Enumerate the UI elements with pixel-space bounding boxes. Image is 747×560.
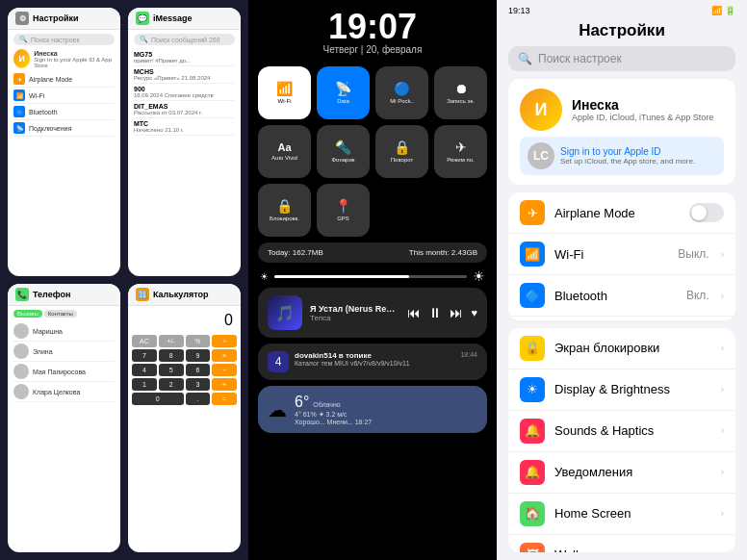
- bluetooth-value: Вкл.: [686, 289, 709, 302]
- notification-text: Каталог тем MIUI v6/v7/v8/v9/v10/v11: [295, 360, 477, 367]
- lock-icon: 🔒: [276, 198, 293, 214]
- next-track-icon[interactable]: ⏭: [450, 305, 463, 320]
- settings-item-sounds[interactable]: 🔔 Sounds & Haptics ›: [508, 411, 735, 452]
- phone-card-header: 📞 Телефон: [8, 284, 120, 306]
- airplane-mode-toggle[interactable]: [689, 203, 724, 222]
- calc-btn-dot[interactable]: .: [186, 393, 211, 405]
- imessage-app-card[interactable]: 💬 iMessage 🔍Поиск сообщений 266 MG75 при…: [128, 8, 241, 276]
- phone-app-card[interactable]: 📞 Телефон Вызовы Контакты Маришна Элина: [8, 284, 120, 552]
- cc-record-btn[interactable]: ⏺ Запись эк.: [434, 66, 487, 119]
- calc-display: 0: [132, 308, 237, 331]
- homescreen-label: Home Screen: [554, 506, 709, 521]
- data-icon: 📡: [335, 81, 351, 96]
- cc-rotate-label: Поворот: [391, 157, 413, 164]
- cc-data-month: This month: 2.43GB: [409, 248, 477, 257]
- settings-item-connections[interactable]: 📡 Подключения ›: [508, 317, 735, 320]
- calc-btn-7[interactable]: 7: [132, 349, 157, 362]
- settings-item-airplane[interactable]: ✈ Airplane Mode: [508, 192, 735, 234]
- music-info: Я Устал (Nerus Remix) Тепса: [310, 304, 399, 322]
- settings-item-lockscreen[interactable]: 🔒 Экран блокировки ›: [508, 328, 735, 369]
- weather-info: 6° Облачно 4° 61% ✦ 3.2 м/с Хорошо... Мн…: [295, 394, 372, 425]
- contact-avatar-0: [13, 323, 29, 339]
- calc-card-content: 0 AC +/- % ÷ 7 8 9 × 4 5 6 − 1 2 3: [128, 306, 241, 552]
- notification-card[interactable]: 4 dovakin514 в топике 18:44 Каталог тем …: [258, 344, 487, 380]
- settings-item-bluetooth[interactable]: 🔷 Bluetooth Вкл. ›: [508, 275, 735, 317]
- cc-lock-btn[interactable]: 🔒 Блокировк.: [258, 184, 311, 237]
- cc-wifi-btn[interactable]: 📶 Wi-Fi: [258, 66, 311, 119]
- settings-item-notifications[interactable]: 🔔 Уведомления ›: [508, 452, 735, 494]
- cc-lock-label: Блокировк.: [270, 216, 299, 222]
- cc-flashlight-btn[interactable]: 🔦 Фонарик: [317, 125, 370, 178]
- display-chevron-icon: ›: [721, 384, 724, 395]
- notifications-icon: 🔔: [520, 460, 545, 485]
- settings-card-header: ⚙ Настройки: [8, 8, 120, 30]
- settings-search-bar[interactable]: 🔍 Поиск настроек: [508, 46, 735, 71]
- msg-row-2: 900 18.09.2024 Списание средств: [134, 84, 235, 101]
- calc-btn-add[interactable]: +: [212, 378, 237, 391]
- app-switcher-panel: ⚙ Настройки 🔍Поиск настроек И ИнескаSign…: [0, 0, 248, 560]
- cc-mipock-label: Mi Pock..: [390, 98, 414, 105]
- phone-tab-contacts: Контакты: [44, 310, 77, 318]
- calc-btn-mul[interactable]: ×: [212, 349, 237, 362]
- phone-card-title: Телефон: [33, 290, 70, 299]
- cc-controls-grid: 📶 Wi-Fi 📡 Data 🔵 Mi Pock.. ⏺ Запись эк. …: [248, 66, 497, 237]
- weather-card: ☁ 6° Облачно 4° 61% ✦ 3.2 м/с Хорошо... …: [258, 386, 487, 433]
- calculator-app-card[interactable]: 🔢 Калькулятор 0 AC +/- % ÷ 7 8 9 × 4 5 6: [128, 284, 241, 552]
- cc-gps-btn[interactable]: 📍 GPS: [317, 184, 370, 237]
- calc-btn-0[interactable]: 0: [132, 393, 184, 405]
- cc-autovivid-btn[interactable]: Aa Auto Vivid: [258, 125, 311, 178]
- sounds-chevron-icon: ›: [721, 425, 724, 436]
- settings-item-display[interactable]: ☀ Display & Brightness ›: [508, 369, 735, 411]
- settings-card-icon: ⚙: [15, 12, 29, 25]
- calc-btn-1[interactable]: 1: [132, 378, 157, 391]
- phone-card-content: Вызовы Контакты Маришна Элина Мая Папиро…: [8, 306, 120, 552]
- cc-mipock-btn[interactable]: 🔵 Mi Pock..: [375, 66, 428, 119]
- settings-section-connectivity: ✈ Airplane Mode 📶 Wi-Fi Выкл. › 🔷 Blueto…: [508, 192, 735, 320]
- brightness-high-icon: ☀: [473, 268, 485, 284]
- cc-music-player[interactable]: 🎵 Я Устал (Nerus Remix) Тепса ⏮ ⏸ ⏭ ♥: [258, 288, 487, 338]
- cc-airplane-label: Режим по.: [447, 157, 474, 164]
- phone-tabs: Вызовы Контакты: [13, 310, 115, 318]
- profile-subtitle: Apple ID, iCloud, iTunes & App Store: [572, 113, 713, 122]
- calc-btn-eq[interactable]: =: [212, 393, 237, 405]
- lockscreen-chevron-icon: ›: [721, 343, 724, 353]
- prev-track-icon[interactable]: ⏮: [407, 305, 421, 320]
- cc-data-btn[interactable]: 📡 Data: [317, 66, 370, 119]
- calc-btn-9[interactable]: 9: [186, 349, 211, 362]
- cc-brightness-control[interactable]: ☀ ☀: [258, 268, 487, 284]
- wallpaper-chevron-icon: ›: [721, 549, 724, 552]
- mipock-icon: 🔵: [394, 81, 410, 96]
- cc-rotate-btn[interactable]: 🔒 Поворот: [375, 125, 428, 178]
- settings-search-mini: 🔍Поиск настроек: [13, 34, 115, 45]
- settings-item-wifi[interactable]: 📶 Wi-Fi Выкл. ›: [508, 234, 735, 275]
- play-pause-icon[interactable]: ⏸: [428, 305, 442, 320]
- settings-item-wallpaper[interactable]: 🖼 Wallpaper ›: [508, 535, 735, 552]
- notification-row: 4 dovakin514 в топике 18:44 Каталог тем …: [268, 351, 477, 372]
- msg-row-0: MG75 привет! #Привет до...: [134, 49, 235, 66]
- status-time: 19:13: [508, 6, 530, 15]
- calc-btn-6[interactable]: 6: [186, 364, 211, 376]
- heart-icon[interactable]: ♥: [471, 307, 477, 318]
- calc-btn-pm[interactable]: +/-: [159, 335, 184, 347]
- settings-app-card[interactable]: ⚙ Настройки 🔍Поиск настроек И ИнескаSign…: [8, 8, 120, 276]
- cc-airplane-btn[interactable]: ✈ Режим по.: [434, 125, 487, 178]
- calc-btn-2[interactable]: 2: [159, 378, 184, 391]
- settings-mini-row-bluetooth: 🔷 Bluetooth: [13, 104, 115, 120]
- brightness-slider[interactable]: [274, 275, 467, 278]
- contact-avatar-3: [13, 384, 29, 399]
- contact-row-3: Клара Целкова: [13, 382, 115, 402]
- app-cards-grid: ⚙ Настройки 🔍Поиск настроек И ИнескаSign…: [0, 0, 248, 560]
- calc-btn-8[interactable]: 8: [159, 349, 184, 362]
- signin-row[interactable]: LC Sign in to your Apple ID Set up iClou…: [520, 137, 724, 175]
- calc-btn-5[interactable]: 5: [159, 364, 184, 376]
- calc-btn-ac[interactable]: AC: [132, 335, 157, 347]
- settings-profile-card[interactable]: И Инеска Apple ID, iCloud, iTunes & App …: [508, 79, 735, 185]
- calc-btn-3[interactable]: 3: [186, 378, 211, 391]
- settings-item-homescreen[interactable]: 🏠 Home Screen ›: [508, 494, 735, 535]
- bluetooth-chevron-icon: ›: [721, 291, 724, 301]
- calc-btn-4[interactable]: 4: [132, 364, 157, 376]
- calc-btn-pct[interactable]: %: [186, 335, 211, 347]
- calc-btn-sub[interactable]: −: [212, 364, 237, 376]
- contact-row-2: Мая Папиросова: [13, 362, 115, 382]
- calc-btn-div[interactable]: ÷: [212, 335, 237, 347]
